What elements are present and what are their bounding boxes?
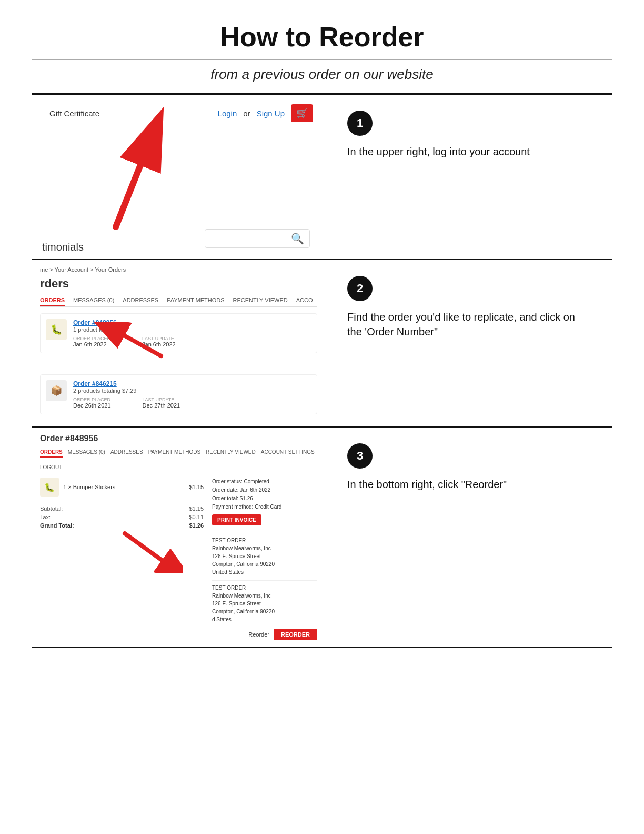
section-2: me > Your Account > Your Orders rders OR…: [32, 260, 612, 428]
order-status-box: Order status: Completed Order date: Jan …: [212, 478, 317, 511]
address2-city: Compton, California 90220: [212, 608, 317, 615]
address-block-2: TEST ORDER Rainbow Mealworms, Inc 126 E.…: [212, 580, 317, 623]
order-total: Order total: $1.26: [212, 494, 317, 503]
address1-country: United States: [212, 568, 317, 576]
ss3-tab-addresses[interactable]: ADDRESSES: [110, 448, 143, 458]
order-2-updated: LAST UPDATE Dec 27th 2021: [143, 397, 180, 409]
arrow-1: [74, 137, 189, 243]
tab-orders[interactable]: ORDERS: [40, 295, 65, 306]
grand-total-row: Grand Total: $1.26: [40, 522, 204, 529]
order-1-image: 🐛: [46, 319, 67, 340]
step-text-1: In the upper right, log into your accoun…: [347, 144, 591, 159]
reorder-button[interactable]: REORDER: [274, 629, 317, 640]
svg-line-5: [125, 533, 172, 568]
order-2-image: 📦: [46, 380, 67, 401]
ss3-tab-messages[interactable]: MESSAGES (0): [68, 448, 105, 458]
ss3-tab-payment[interactable]: PAYMENT METHODS: [148, 448, 200, 458]
tax-value: $0.11: [189, 514, 204, 520]
arrow-3-wrapper: [40, 531, 204, 573]
grand-total-label: Grand Total:: [40, 522, 74, 529]
ss3-tab-settings[interactable]: ACCOUNT SETTINGS: [261, 448, 315, 458]
arrow-3: [109, 531, 183, 573]
address1-city: Compton, California 90220: [212, 560, 317, 568]
address1-company: Rainbow Mealworms, Inc: [212, 544, 317, 552]
grand-total-value: $1.26: [189, 522, 204, 529]
gift-certificate-text: Gift Certificate: [49, 109, 99, 118]
step-number-1: 1: [347, 111, 373, 136]
svg-line-3: [114, 330, 161, 356]
order-detail-tabs: ORDERS MESSAGES (0) ADDRESSES PAYMENT ME…: [40, 448, 317, 472]
ss1-header: Gift Certificate Login or Sign Up 🛒: [32, 95, 326, 132]
section-3-description: 3 In the bottom right, click "Reorder": [326, 428, 612, 647]
section-1: Gift Certificate Login or Sign Up 🛒 🔍: [32, 95, 612, 260]
tax-label: Tax:: [40, 514, 51, 520]
item-name: 1 × Bumper Stickers: [63, 484, 115, 490]
order-2-placed: ORDER PLACED Dec 26th 2021: [73, 397, 111, 409]
item-price: $1.15: [189, 484, 204, 490]
cart-icon[interactable]: 🛒: [291, 104, 313, 122]
order-2-updated-val: Dec 27th 2021: [143, 402, 180, 409]
testimonials-text: timonials: [32, 236, 94, 259]
page-title: How to Reorder: [32, 21, 612, 53]
order-2-placed-val: Dec 26th 2021: [73, 402, 111, 409]
screenshot-3: Order #848956 ORDERS MESSAGES (0) ADDRES…: [32, 428, 326, 647]
order-2-products: 2 products totaling $7.29: [73, 388, 311, 394]
title-divider: [32, 59, 612, 60]
step-text-2: Find the order you'd like to replicate, …: [347, 310, 591, 339]
address2-country: d States: [212, 615, 317, 623]
step-number-3: 3: [347, 443, 373, 469]
address-block-1: TEST ORDER Rainbow Mealworms, Inc 126 E.…: [212, 533, 317, 576]
tab-payment[interactable]: PAYMENT METHODS: [167, 295, 224, 306]
address1-street: 126 E. Spruce Street: [212, 552, 317, 560]
print-invoice-button[interactable]: PRINT INVOICE: [212, 514, 261, 525]
order-date: Order date: Jan 6th 2022: [212, 486, 317, 494]
order-2-dates: ORDER PLACED Dec 26th 2021 LAST UPDATE D…: [73, 397, 311, 409]
order-2-placed-label: ORDER PLACED: [73, 397, 111, 402]
tab-messages[interactable]: MESSAGES (0): [73, 295, 114, 306]
ss3-tab-logout[interactable]: LOGOUT: [40, 463, 62, 472]
step-number-2: 2: [347, 276, 373, 301]
tax-row: Tax: $0.11: [40, 514, 204, 520]
ss3-tab-recently[interactable]: RECENTLY VIEWED: [206, 448, 256, 458]
screenshot-2: me > Your Account > Your Orders rders OR…: [32, 260, 326, 426]
payment-method: Payment method: Credit Card: [212, 503, 317, 511]
order-item-row: 🐛 1 × Bumper Stickers $1.15: [40, 478, 204, 497]
order-detail-left: 🐛 1 × Bumper Stickers $1.15 Subtotal: $1…: [40, 478, 204, 640]
reorder-row: Reorder REORDER: [212, 629, 317, 640]
test-order-label-2: TEST ORDER: [212, 584, 317, 592]
section-1-description: 1 In the upper right, log into your acco…: [326, 95, 612, 259]
order-2-number[interactable]: Order #846215: [73, 380, 311, 388]
order-1-wrapper: 🐛 Order #848956 1 product totaling $ ORD…: [40, 313, 317, 353]
orders-title: rders: [40, 277, 317, 291]
subtotal-label: Subtotal:: [40, 505, 63, 512]
tab-recently-viewed[interactable]: RECENTLY VIEWED: [233, 295, 288, 306]
arrow-2: [82, 322, 166, 359]
test-order-label-1: TEST ORDER: [212, 537, 317, 544]
order-2-updated-label: LAST UPDATE: [143, 397, 180, 402]
screenshot-1: Gift Certificate Login or Sign Up 🛒 🔍: [32, 95, 326, 259]
address2-company: Rainbow Mealworms, Inc: [212, 592, 317, 600]
section-2-description: 2 Find the order you'd like to replicate…: [326, 260, 612, 426]
signup-link[interactable]: Sign Up: [257, 109, 285, 118]
login-link[interactable]: Login: [218, 109, 237, 118]
tab-account[interactable]: ACCO: [296, 295, 313, 306]
ss1-arrow-area: 🔍 timonials: [32, 132, 326, 259]
breadcrumb: me > Your Account > Your Orders: [40, 266, 317, 273]
ss3-tab-orders[interactable]: ORDERS: [40, 448, 63, 458]
address2-street: 126 E. Spruce Street: [212, 600, 317, 608]
item-image: 🐛: [40, 478, 59, 497]
section-3: Order #848956 ORDERS MESSAGES (0) ADDRES…: [32, 428, 612, 648]
order-row-2: 📦 Order #846215 2 products totaling $7.2…: [40, 374, 317, 414]
ss1-search-bar[interactable]: 🔍: [205, 229, 310, 248]
or-text: or: [243, 109, 250, 118]
order-detail-content: 🐛 1 × Bumper Stickers $1.15 Subtotal: $1…: [40, 478, 317, 640]
order-detail-right: Order status: Completed Order date: Jan …: [212, 478, 317, 640]
step-text-3: In the bottom right, click "Reorder": [347, 477, 591, 492]
subtotal-value: $1.15: [189, 505, 204, 512]
order-detail-title: Order #848956: [40, 434, 317, 443]
subtitle: from a previous order on our website: [32, 66, 612, 83]
search-icon: 🔍: [291, 232, 304, 245]
tab-addresses[interactable]: ADDRESSES: [123, 295, 158, 306]
order-totals: Subtotal: $1.15 Tax: $0.11 Grand Total: …: [40, 501, 204, 529]
order-tabs: ORDERS MESSAGES (0) ADDRESSES PAYMENT ME…: [40, 295, 317, 307]
